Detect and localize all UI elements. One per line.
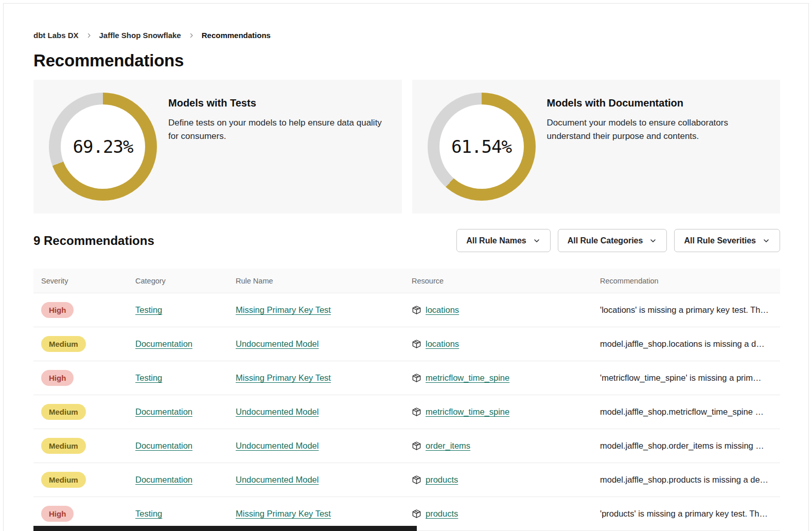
table-row: Medium Documentation Undocumented Model … [33,327,780,361]
category-link[interactable]: Documentation [135,475,192,484]
recommendations-count: 9 Recommendations [33,234,154,248]
models-with-tests-card: 69.23% Models with Tests Define tests on… [33,80,402,214]
severity-badge: High [41,302,74,318]
breadcrumb: dbt Labs DX Jaffle Shop Snowflake Recomm… [33,0,780,40]
filter-label: All Rule Names [466,236,526,245]
column-header-resource: Resource [404,277,592,285]
chevron-right-icon [86,32,92,39]
model-cube-icon [412,475,421,485]
table-row: Medium Documentation Undocumented Model … [33,429,780,463]
rule-names-filter-dropdown[interactable]: All Rule Names [456,229,550,252]
model-cube-icon [412,441,421,451]
rule-name-link[interactable]: Undocumented Model [236,339,319,348]
column-header-category: Category [128,277,228,285]
list-header: 9 Recommendations All Rule Names All Rul… [33,229,780,252]
recommendation-text: model.jaffle_shop.products is missing a … [592,475,780,485]
card-description: Document your models to ensure collabora… [547,116,765,143]
card-title: Models with Documentation [547,97,765,109]
severity-badge: Medium [41,404,86,420]
model-cube-icon [412,305,421,315]
resource-link[interactable]: locations [426,339,459,349]
resource-link[interactable]: order_items [426,441,470,451]
category-link[interactable]: Testing [135,509,162,518]
resource-link[interactable]: metricflow_time_spine [426,373,509,383]
tests-percentage-label: 69.23% [49,93,157,201]
recommendation-text: model.jaffle_shop.locations is missing a… [592,339,780,349]
recommendation-text: 'metricflow_time_spine' is missing a pri… [592,373,780,383]
table-row: High Testing Missing Primary Key Test lo… [33,293,780,327]
severity-badge: Medium [41,336,86,352]
chevron-right-icon [188,32,195,39]
table-row: Medium Documentation Undocumented Model … [33,463,780,497]
category-link[interactable]: Documentation [135,441,192,450]
resource-link[interactable]: metricflow_time_spine [426,407,509,417]
filter-bar: All Rule Names All Rule Categories All R… [456,229,780,252]
recommendation-text: 'locations' is missing a primary key tes… [592,305,780,315]
recommendation-text: model.jaffle_shop.order_items is missing… [592,441,780,451]
category-link[interactable]: Documentation [135,339,192,348]
documentation-percentage-label: 61.54% [428,93,536,201]
page-title: Recommendations [33,51,780,70]
resource-link[interactable]: locations [426,305,459,315]
resource-link[interactable]: products [426,509,458,519]
model-cube-icon [412,339,421,349]
category-link[interactable]: Testing [135,373,162,382]
card-description: Define tests on your models to help ensu… [168,116,386,143]
recommendation-text: model.jaffle_shop.metricflow_time_spine … [592,407,780,417]
severity-badge: High [41,370,74,386]
rule-name-link[interactable]: Missing Primary Key Test [236,509,331,518]
model-cube-icon [412,509,421,519]
partially-visible-bottom-element [33,526,417,531]
resource-link[interactable]: products [426,475,458,485]
table-row: High Testing Missing Primary Key Test me… [33,361,780,395]
models-with-documentation-card: 61.54% Models with Documentation Documen… [412,80,781,214]
severity-badge: Medium [41,438,86,454]
filter-label: All Rule Severities [684,236,756,245]
rule-severities-filter-dropdown[interactable]: All Rule Severities [674,229,780,252]
column-header-recommendation: Recommendation [592,277,780,285]
column-header-severity: Severity [33,277,128,285]
breadcrumb-item-dbt-labs-dx[interactable]: dbt Labs DX [33,31,79,40]
recommendation-text: 'products' is missing a primary key test… [592,509,780,519]
tests-donut-chart: 69.23% [49,93,157,201]
category-link[interactable]: Testing [135,305,162,314]
rule-name-link[interactable]: Missing Primary Key Test [236,305,331,314]
metric-cards: 69.23% Models with Tests Define tests on… [33,80,780,214]
severity-badge: Medium [41,472,86,488]
rule-name-link[interactable]: Missing Primary Key Test [236,373,331,382]
rule-name-link[interactable]: Undocumented Model [236,407,319,416]
rule-name-link[interactable]: Undocumented Model [236,475,319,484]
model-cube-icon [412,407,421,417]
chevron-down-icon [533,237,541,245]
category-link[interactable]: Documentation [135,407,192,416]
chevron-down-icon [762,237,770,245]
table-header-row: Severity Category Rule Name Resource Rec… [33,269,780,293]
rule-categories-filter-dropdown[interactable]: All Rule Categories [558,229,667,252]
recommendations-table: Severity Category Rule Name Resource Rec… [33,269,780,531]
column-header-rule-name: Rule Name [228,277,404,285]
model-cube-icon [412,373,421,383]
table-row: Medium Documentation Undocumented Model … [33,395,780,429]
filter-label: All Rule Categories [568,236,643,245]
breadcrumb-item-recommendations: Recommendations [202,31,271,40]
breadcrumb-item-jaffle-shop-snowflake[interactable]: Jaffle Shop Snowflake [99,31,181,40]
chevron-down-icon [649,237,657,245]
rule-name-link[interactable]: Undocumented Model [236,441,319,450]
severity-badge: High [41,506,74,522]
card-title: Models with Tests [168,97,386,109]
documentation-donut-chart: 61.54% [428,93,536,201]
